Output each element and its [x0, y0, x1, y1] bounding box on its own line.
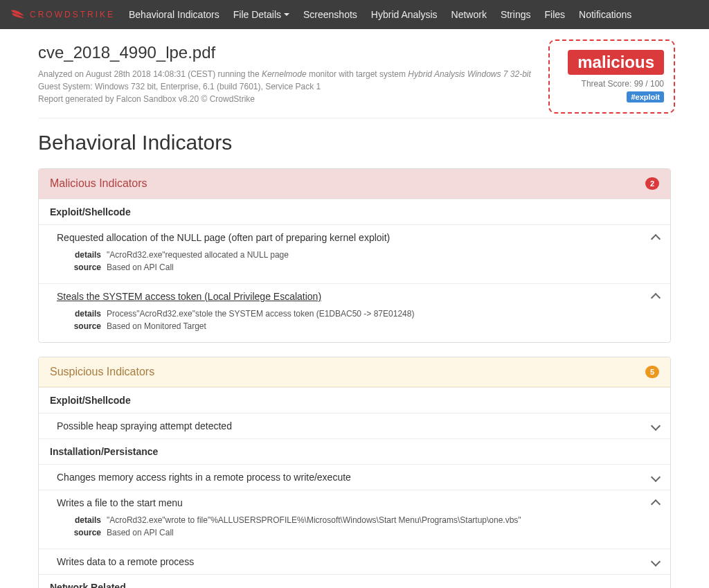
file-name: cve_2018_4990_lpe.pdf — [38, 43, 531, 62]
category-network: Network Related — [39, 574, 670, 588]
chevron-up-icon — [651, 234, 661, 244]
indicator-system-token[interactable]: Steals the SYSTEM access token (Local Pr… — [39, 283, 670, 309]
indicator-heap-spray[interactable]: Possible heap spraying attempt detected — [39, 413, 670, 438]
nav-files[interactable]: Files — [544, 9, 565, 20]
suspicious-header[interactable]: Suspicious Indicators 5 — [39, 357, 670, 387]
malicious-title: Malicious Indicators — [50, 177, 147, 190]
category-exploit-susp: Exploit/Shellcode — [39, 387, 670, 413]
indicator-startup-file-body: details"AcroRd32.exe"wrote to file"%ALLU… — [39, 515, 670, 549]
report-header: cve_2018_4990_lpe.pdf Analyzed on August… — [38, 43, 671, 118]
chevron-down-icon — [651, 472, 661, 482]
nav-items: Behavioral Indicators File Details Scree… — [129, 9, 631, 20]
brand-text: CROWDSTRIKE — [30, 10, 115, 19]
nav-network[interactable]: Network — [451, 9, 487, 20]
analysis-meta: Analyzed on August 28th 2018 14:08:31 (C… — [38, 68, 531, 80]
chevron-up-icon — [651, 499, 661, 509]
malicious-count: 2 — [645, 177, 659, 190]
section-title: Behavioral Indicators — [38, 131, 671, 154]
indicator-mem-rights[interactable]: Changes memory access rights in a remote… — [39, 464, 670, 490]
indicator-startup-file[interactable]: Writes a file to the start menu — [39, 490, 670, 515]
page-content: cve_2018_4990_lpe.pdf Analyzed on August… — [0, 29, 709, 588]
chevron-down-icon — [651, 421, 661, 431]
crowdstrike-icon — [10, 8, 26, 21]
indicator-null-page[interactable]: Requested allocation of the NULL page (o… — [39, 224, 670, 250]
indicator-system-token-body: detailsProcess"AcroRd32.exe"stole the SY… — [39, 309, 670, 342]
chevron-down-icon — [651, 557, 661, 567]
suspicious-title: Suspicious Indicators — [50, 366, 154, 378]
top-navbar: CROWDSTRIKE Behavioral Indicators File D… — [0, 0, 709, 29]
caret-down-icon — [284, 13, 289, 16]
brand-logo[interactable]: CROWDSTRIKE — [10, 8, 115, 21]
highlight-outline — [548, 39, 675, 114]
nav-behavioral[interactable]: Behavioral Indicators — [129, 9, 219, 20]
suspicious-panel: Suspicious Indicators 5 Exploit/Shellcod… — [38, 357, 671, 588]
guest-system: Guest System: Windows 732 bit, Enterpris… — [38, 80, 531, 93]
nav-strings[interactable]: Strings — [501, 9, 531, 20]
nav-notifications[interactable]: Notifications — [579, 9, 631, 20]
indicator-null-page-body: details"AcroRd32.exe"requested allocated… — [39, 250, 670, 283]
verdict-box: malicious Threat Score: 99 / 100 #exploi… — [555, 43, 671, 109]
nav-hybrid[interactable]: Hybrid Analysis — [371, 9, 438, 20]
category-install: Installation/Persistance — [39, 438, 670, 464]
malicious-header[interactable]: Malicious Indicators 2 — [39, 169, 670, 199]
nav-file-details[interactable]: File Details — [233, 9, 289, 20]
malicious-panel: Malicious Indicators 2 Exploit/Shellcode… — [38, 168, 671, 343]
indicator-remote-write[interactable]: Writes data to a remote process — [39, 549, 670, 574]
report-version: Report generated by Falcon Sandbox v8.20… — [38, 93, 531, 105]
nav-screenshots[interactable]: Screenshots — [303, 9, 357, 20]
category-exploit: Exploit/Shellcode — [39, 199, 670, 224]
chevron-up-icon — [651, 293, 661, 303]
suspicious-count: 5 — [645, 366, 659, 378]
